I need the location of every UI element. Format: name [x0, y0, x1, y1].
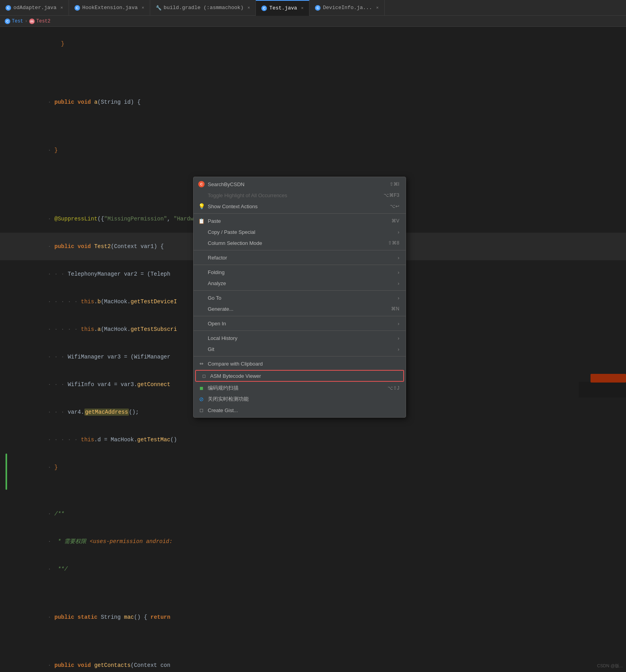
breadcrumb-test2[interactable]: Test2 — [36, 19, 50, 24]
compare-icon: ⇔ — [198, 360, 205, 367]
menu-shortcut: ⌘N — [391, 306, 399, 312]
menu-shortcut: ⌥↩ — [390, 203, 399, 209]
code-line: · public void getContacts(Context con — [0, 651, 626, 672]
menu-item-show-context[interactable]: 💡 Show Context Actions ⌥↩ — [194, 201, 406, 212]
paste-icon: 📋 — [198, 218, 205, 224]
code-line — [0, 68, 626, 78]
menu-item-git[interactable]: Git › — [194, 343, 406, 355]
menu-shortcut: ⌥⌘F3 — [384, 192, 399, 198]
asm-icon: ◻ — [201, 373, 207, 379]
code-area: } · public void a(String id) { · } — [0, 27, 626, 672]
menu-divider — [194, 213, 406, 214]
tab-close[interactable]: × — [376, 6, 379, 10]
menu-item-column-select[interactable]: Column Selection Mode ⇧⌘8 — [194, 237, 406, 248]
code-line — [0, 641, 626, 651]
tab-icon-c: C — [75, 5, 80, 11]
watermark: CSDN @版... — [597, 663, 623, 669]
code-content: · public void getContacts(Context con — [20, 652, 626, 672]
menu-shortcut: ⇧⌘I — [389, 181, 399, 187]
menu-item-copy-paste-special[interactable]: Copy / Paste Special › — [194, 226, 406, 237]
menu-item-local-history[interactable]: Local History › — [194, 332, 406, 343]
menu-divider — [194, 250, 406, 250]
empty-icon — [198, 335, 205, 341]
menu-item-toggle-highlight[interactable]: Toggle Highlight of All Occurrences ⌥⌘F3 — [194, 190, 406, 201]
code-line: · public static String mac() { return — [0, 603, 626, 631]
code-line: · } — [0, 454, 626, 490]
tab-close[interactable]: × — [301, 6, 304, 11]
menu-item-label: Toggle Highlight of All Occurrences — [208, 192, 287, 198]
code-content: · public void a(String id) { — [20, 89, 626, 115]
breadcrumb-separator: › — [25, 19, 28, 24]
empty-icon: ◻ — [198, 407, 205, 413]
submenu-arrow: › — [398, 335, 399, 341]
menu-item-paste[interactable]: 📋 Paste ⌘V — [194, 215, 406, 226]
code-line: } — [0, 30, 626, 58]
menu-item-label: Local History — [208, 335, 237, 341]
menu-item-realtime-detect[interactable]: ⊘ 关闭实时检测功能 — [194, 394, 406, 405]
breadcrumb-test[interactable]: Test — [12, 19, 23, 24]
menu-item-label: 编码规约扫描 — [208, 385, 238, 392]
menu-shortcut: ⌘V — [391, 218, 399, 224]
tab-icon-c: C — [6, 5, 11, 11]
code-line: · **/ — [0, 555, 626, 583]
menu-item-label: Git — [208, 346, 214, 352]
menu-item-folding[interactable]: Folding › — [194, 267, 406, 278]
empty-icon — [198, 269, 205, 275]
code-content: · } — [20, 137, 626, 163]
menu-item-searchbycsdn[interactable]: C SearchByCSDN ⇧⌘I — [194, 179, 406, 190]
code-content: · · · · · this.d = MacHook.getTestMac() — [20, 427, 626, 453]
csdn-icon: C — [198, 181, 205, 187]
menu-item-compare-clipboard[interactable]: ⇔ Compare with Clipboard — [194, 358, 406, 369]
code-line: · public void a(String id) { — [0, 88, 626, 116]
menu-item-goto[interactable]: Go To › — [194, 292, 406, 303]
menu-shortcut: ⇧⌘8 — [388, 240, 399, 246]
menu-item-code-scan[interactable]: ◼ 编码规约扫描 ⌥⇧J — [194, 383, 406, 394]
tab-close[interactable]: × — [142, 6, 144, 10]
empty-icon — [198, 320, 205, 327]
tab-label: HookExtension.java — [82, 5, 138, 11]
scan-icon: ◼ — [198, 385, 205, 391]
menu-item-label: Copy / Paste Special — [208, 229, 255, 235]
tab-close[interactable]: × — [248, 6, 250, 10]
menu-divider — [194, 316, 406, 316]
code-line — [0, 164, 626, 174]
code-content: · /** — [20, 501, 626, 527]
menu-item-label: Paste — [208, 218, 221, 224]
tab-close[interactable]: × — [60, 6, 63, 10]
code-line — [0, 126, 626, 136]
code-line: · } — [0, 136, 626, 164]
code-line — [0, 490, 626, 500]
menu-item-label: Column Selection Mode — [208, 240, 262, 246]
tab-test[interactable]: C Test.java × — [256, 0, 309, 16]
submenu-arrow: › — [398, 269, 399, 275]
tab-label: build.gradle (:asmmachook) — [164, 5, 244, 11]
menu-item-create-gist[interactable]: ◻ Create Gist... — [194, 405, 406, 416]
menu-item-label: Folding — [208, 269, 225, 275]
code-content: · public static String mac() { return — [20, 604, 626, 630]
menu-item-asm-viewer[interactable]: ◻ ASM Bytecode Viewer — [195, 370, 404, 382]
gradle-icon: 🔧 — [156, 5, 161, 11]
menu-item-label: Show Context Actions — [208, 203, 257, 209]
menu-shortcut: ⌥⇧J — [388, 385, 399, 391]
tab-odadapter[interactable]: C odAdapter.java × — [0, 0, 69, 16]
menu-item-refactor[interactable]: Refactor › — [194, 252, 406, 263]
code-line: · * 需要权限 <uses-permission android: — [0, 528, 626, 555]
menu-item-generate[interactable]: Generate... ⌘N — [194, 303, 406, 314]
context-menu: C SearchByCSDN ⇧⌘I Toggle Highlight of A… — [193, 177, 406, 418]
tab-gradle[interactable]: 🔧 build.gradle (:asmmachook) × — [150, 0, 256, 16]
menu-item-label: Analyze — [208, 280, 226, 286]
submenu-arrow: › — [398, 255, 399, 261]
tab-deviceinfo[interactable]: C DeviceInfo.ja... × — [309, 0, 384, 16]
empty-icon — [198, 306, 205, 312]
menu-item-label: Go To — [208, 295, 221, 301]
empty-icon — [198, 295, 205, 301]
empty-icon — [198, 229, 205, 235]
code-line: · /** — [0, 500, 626, 528]
menu-item-analyze[interactable]: Analyze › — [194, 278, 406, 289]
tab-icon-c: C — [261, 6, 267, 11]
empty-icon — [198, 346, 205, 352]
menu-item-open-in[interactable]: Open In › — [194, 318, 406, 329]
tab-hookext[interactable]: C HookExtension.java × — [69, 0, 150, 16]
submenu-arrow: › — [398, 295, 399, 301]
menu-divider — [194, 265, 406, 265]
